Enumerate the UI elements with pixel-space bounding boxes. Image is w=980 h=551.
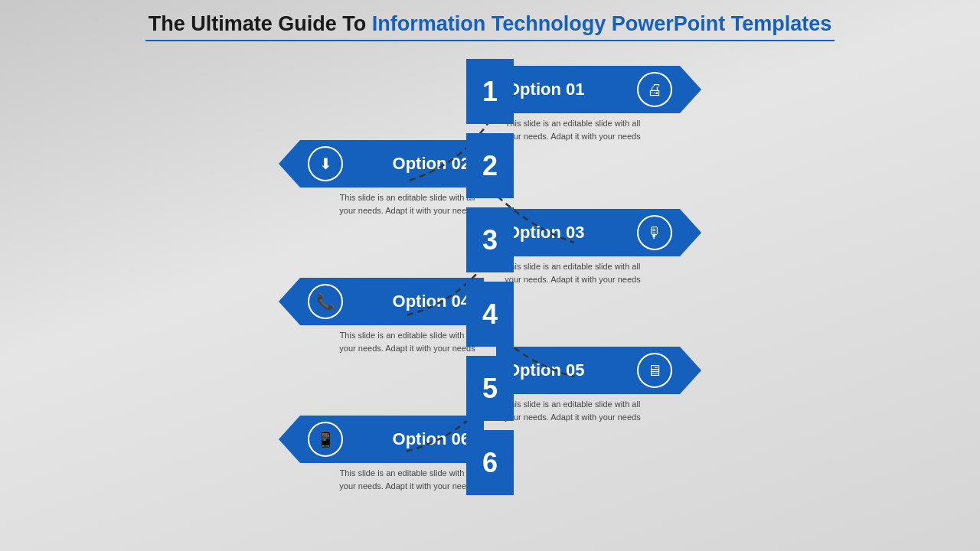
option-06-icon: 📱 — [308, 422, 343, 457]
page-container: The Ultimate Guide To Information Techno… — [0, 0, 980, 551]
option-03-tip — [680, 209, 701, 256]
option-01-desc: This slide is an editable slide with all… — [504, 117, 642, 142]
option-04-tip — [279, 278, 300, 325]
option-01-label: Option 01 — [507, 80, 637, 99]
option-02-arrow: ⬇ Option 02 — [279, 140, 484, 187]
option-04-icon: 📞 — [308, 284, 343, 319]
spine-num-4: 4 — [466, 282, 514, 347]
option-01-tip — [680, 66, 701, 113]
option-05-arrow: Option 05 🖥 — [496, 347, 701, 394]
option-06-tip — [279, 416, 300, 463]
option-06-arrow: 📱 Option 06 — [279, 416, 484, 463]
option-04-body: 📞 Option 04 — [300, 278, 484, 325]
option-06-container: 📱 Option 06 This slide is an editable sl… — [279, 416, 484, 492]
option-03-icon: 🎙 — [637, 215, 672, 250]
option-02-container: ⬇ Option 02 This slide is an editable sl… — [279, 140, 484, 217]
spine-num-1: 1 — [466, 59, 514, 124]
option-04-desc: This slide is an editable slide with all… — [338, 329, 476, 354]
spine-num-5: 5 — [466, 356, 514, 421]
option-05-label: Option 05 — [507, 360, 637, 380]
spine-column: 1 2 3 4 5 6 — [466, 59, 514, 495]
option-06-desc: This slide is an editable slide with all… — [338, 467, 476, 492]
title-underline — [145, 40, 835, 41]
option-04-label: Option 04 — [343, 292, 473, 311]
option-01-body: Option 01 🖨 — [496, 66, 680, 113]
option-05-body: Option 05 🖥 — [496, 347, 680, 394]
diagram-area: 1 2 3 4 5 6 Option 01 🖨 — [0, 47, 980, 537]
option-01-container: Option 01 🖨 This slide is an editable sl… — [496, 66, 701, 142]
option-01-arrow: Option 01 🖨 — [496, 66, 701, 113]
option-03-desc: This slide is an editable slide with all… — [504, 260, 642, 285]
option-02-label: Option 02 — [343, 154, 473, 174]
spine-num-3: 3 — [466, 207, 514, 272]
option-02-tip — [279, 140, 300, 187]
option-05-icon: 🖥 — [637, 353, 672, 388]
title-highlight: Information Technology PowerPoint Templa… — [372, 12, 832, 35]
option-05-tip — [680, 347, 701, 394]
spine-num-2: 2 — [466, 133, 514, 198]
title-area: The Ultimate Guide To Information Techno… — [0, 0, 980, 47]
option-06-label: Option 06 — [343, 429, 473, 449]
option-03-arrow: Option 03 🎙 — [496, 209, 701, 256]
option-05-container: Option 05 🖥 This slide is an editable sl… — [496, 347, 701, 423]
option-03-container: Option 03 🎙 This slide is an editable sl… — [496, 209, 701, 285]
option-03-body: Option 03 🎙 — [496, 209, 680, 256]
option-04-container: 📞 Option 04 This slide is an editable sl… — [279, 278, 484, 354]
spine-num-6: 6 — [466, 430, 514, 495]
option-04-arrow: 📞 Option 04 — [279, 278, 484, 325]
option-03-label: Option 03 — [507, 223, 637, 243]
option-06-body: 📱 Option 06 — [300, 416, 484, 463]
option-01-icon: 🖨 — [637, 72, 672, 107]
option-02-body: ⬇ Option 02 — [300, 140, 484, 187]
option-05-desc: This slide is an editable slide with all… — [504, 398, 642, 423]
title-prefix: The Ultimate Guide To — [149, 12, 372, 35]
option-02-icon: ⬇ — [308, 146, 343, 181]
option-02-desc: This slide is an editable slide with all… — [338, 191, 476, 217]
